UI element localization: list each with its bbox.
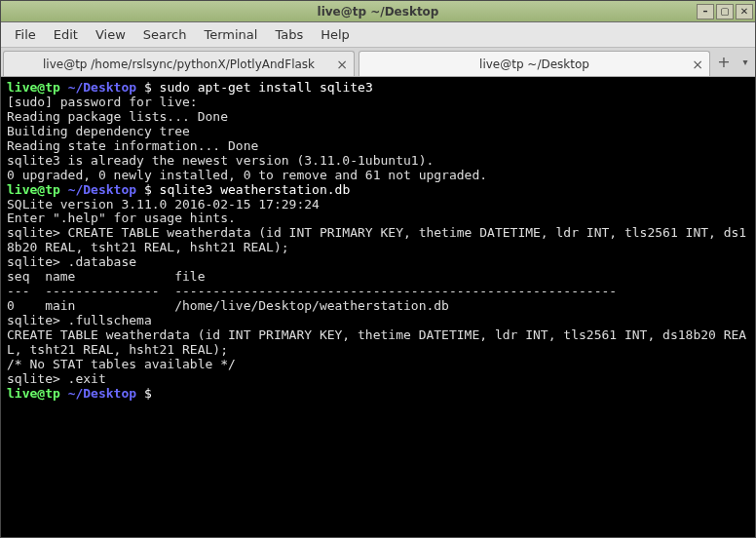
window-title: live@tp ~/Desktop	[1, 5, 755, 19]
close-button[interactable]: ✕	[736, 4, 753, 19]
menu-edit[interactable]: Edit	[46, 24, 86, 45]
terminal-window: live@tp ~/Desktop – ▢ ✕ File Edit View S…	[0, 0, 756, 538]
prompt-user: live@tp	[7, 182, 60, 197]
tab-2-close-icon[interactable]: ×	[692, 57, 703, 72]
tab-menu-button[interactable]: ▾	[736, 48, 755, 76]
command-1: sudo apt-get install sqlite3	[160, 80, 373, 95]
menu-tabs[interactable]: Tabs	[267, 24, 311, 45]
tab-1-label: live@tp /home/rslsync/pythonX/PlotlyAndF…	[43, 58, 315, 71]
menu-terminal[interactable]: Terminal	[196, 24, 265, 45]
menubar: File Edit View Search Terminal Tabs Help	[1, 22, 755, 48]
tabbar: live@tp /home/rslsync/pythonX/PlotlyAndF…	[1, 48, 755, 77]
prompt-path: ~/Desktop	[68, 80, 136, 95]
menu-search[interactable]: Search	[135, 24, 195, 45]
command-2: sqlite3 weatherstation.db	[160, 182, 351, 197]
tab-1[interactable]: live@tp /home/rslsync/pythonX/PlotlyAndF…	[3, 51, 355, 76]
prompt-path: ~/Desktop	[68, 386, 136, 401]
titlebar[interactable]: live@tp ~/Desktop – ▢ ✕	[1, 1, 755, 22]
prompt-user: live@tp	[7, 80, 60, 95]
minimize-button[interactable]: –	[697, 4, 714, 19]
prompt-symbol: $	[144, 182, 152, 197]
menu-help[interactable]: Help	[313, 24, 358, 45]
tab-1-close-icon[interactable]: ×	[336, 57, 348, 72]
output-2: SQLite version 3.11.0 2016-02-15 17:29:2…	[7, 197, 746, 386]
new-tab-button[interactable]: +	[712, 48, 736, 76]
maximize-button[interactable]: ▢	[716, 4, 734, 19]
menu-view[interactable]: View	[88, 24, 133, 45]
prompt-path: ~/Desktop	[68, 182, 136, 197]
terminal-output[interactable]: live@tp ~/Desktop $ sudo apt-get install…	[1, 77, 755, 537]
window-controls: – ▢ ✕	[697, 4, 753, 19]
tab-2[interactable]: live@tp ~/Desktop ×	[359, 51, 710, 76]
output-1: [sudo] password for live: Reading packag…	[7, 95, 487, 182]
tab-2-label: live@tp ~/Desktop	[479, 58, 589, 71]
menu-file[interactable]: File	[7, 24, 44, 45]
prompt-symbol: $	[144, 80, 152, 95]
prompt-user: live@tp	[7, 386, 60, 401]
prompt-symbol: $	[144, 386, 152, 401]
